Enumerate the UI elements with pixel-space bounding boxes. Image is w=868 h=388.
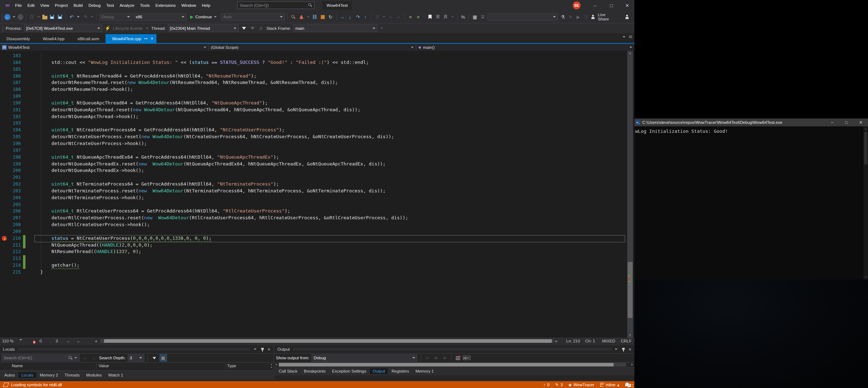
breakpoint-margin[interactable] xyxy=(0,228,10,235)
code-line-205[interactable]: 205 xyxy=(0,201,628,208)
breakpoint-margin[interactable] xyxy=(0,201,10,208)
locals-scroll-arrows[interactable]: ▲▼ xyxy=(270,363,273,369)
search-next-icon[interactable]: → xyxy=(90,355,97,361)
column-options-icon[interactable]: ⁞⁞ xyxy=(583,14,590,20)
output-hscroll-right[interactable]: ▸ xyxy=(631,363,633,366)
code-text[interactable]: detourNtQueueApcThreadEx->hook(); xyxy=(26,167,628,174)
code-text[interactable]: detourNtCreateUserProcess->hook(); xyxy=(26,140,628,147)
pin-icon[interactable] xyxy=(623,348,624,351)
code-text[interactable]: NtQueueApcThread((HANDLE)2,0,0,0,0); xyxy=(26,242,628,249)
code-text[interactable]: uint64_t NtResumeThread64 = GetProcAddre… xyxy=(26,73,628,80)
find-message-icon[interactable]: ⌕ xyxy=(424,355,431,361)
code-text[interactable] xyxy=(26,147,628,154)
code-line-211[interactable]: 211 NtQueueApcThread((HANDLE)2,0,0,0,0); xyxy=(0,242,628,249)
debugbar-overflow[interactable] xyxy=(380,28,383,29)
text-format-toggle-icon[interactable]: ▥ xyxy=(160,354,167,361)
code-line-198[interactable]: 198 uint64_t NtQueueApcThreadEx64 = GetP… xyxy=(0,154,628,161)
memory-layout-icon[interactable]: ▦ xyxy=(471,14,478,20)
search-icon[interactable] xyxy=(69,356,72,360)
console-minimize-button[interactable]: – xyxy=(825,120,839,125)
undo-icon[interactable]: ↶ xyxy=(69,14,75,20)
save-all-icon[interactable] xyxy=(58,15,62,19)
breakpoint-margin[interactable] xyxy=(0,181,10,188)
hscroll-thumb[interactable] xyxy=(104,339,552,343)
open-file-icon[interactable] xyxy=(42,16,47,19)
breakpoint-margin[interactable] xyxy=(0,147,10,154)
breakpoint-margin[interactable] xyxy=(0,59,10,66)
code-text[interactable]: uint64_t NtQueueApcThreadEx64 = GetProcA… xyxy=(26,154,628,161)
tool-tab-memory-2[interactable]: Memory 2 xyxy=(37,372,61,378)
code-line-213[interactable]: 213 xyxy=(0,255,628,262)
breakpoint-margin[interactable] xyxy=(0,262,10,269)
output-horizontal-scrollbar[interactable] xyxy=(279,363,626,366)
tool-tab-registers[interactable]: Registers xyxy=(389,368,412,374)
undo-dropdown[interactable] xyxy=(77,16,80,18)
column-value[interactable]: Value xyxy=(99,364,109,368)
project-dropdown[interactable]: ++ Wow64Test xyxy=(0,44,209,51)
doc-tab-wow64-hpp[interactable]: Wow64.hpp xyxy=(36,34,71,43)
code-text[interactable] xyxy=(26,66,628,73)
breakpoint-margin[interactable]: ▸ xyxy=(0,235,10,242)
scope-dropdown[interactable]: (Global Scope) xyxy=(209,44,416,51)
tool-tab-call-stack[interactable]: Call Stack xyxy=(276,368,300,374)
previous-message-icon[interactable]: ≡ xyxy=(433,355,439,361)
menu-edit[interactable]: Edit xyxy=(25,0,38,11)
lifecycle-events-icon[interactable]: ⚡ xyxy=(104,25,111,32)
push-status[interactable]: ↑ 0 xyxy=(543,383,549,387)
code-text[interactable]: uint64_t NtCreateUserProcess64 = GetProc… xyxy=(26,127,628,134)
code-line-187[interactable]: 187 detourNtResumeThread.reset(new Wow64… xyxy=(0,79,628,86)
active-files-dropdown[interactable] xyxy=(623,36,625,38)
run-tests-icon[interactable]: ▶ xyxy=(575,14,582,20)
menu-file[interactable]: File xyxy=(12,0,25,11)
editor-vertical-scrollbar[interactable]: ▲ ▼ xyxy=(627,51,633,338)
break-all-icon[interactable] xyxy=(313,15,316,19)
background-task-icon[interactable] xyxy=(3,383,9,387)
code-text[interactable]: detourNtTerminateProcess.reset(new Wow64… xyxy=(26,188,628,195)
code-line-193[interactable]: 193 xyxy=(0,120,628,127)
code-text[interactable]: detourNtQueueApcThread.reset(new Wow64De… xyxy=(26,107,628,113)
breakpoint-margin[interactable] xyxy=(0,167,10,174)
configuration-combo[interactable]: Debug xyxy=(99,13,132,21)
search-icon[interactable] xyxy=(308,3,312,7)
tool-tab-locals[interactable]: Locals xyxy=(18,372,36,378)
live-share-label[interactable]: Live Share xyxy=(598,13,617,21)
tool-tab-autos[interactable]: Autos xyxy=(1,372,18,378)
console-scroll-thumb[interactable] xyxy=(864,132,867,164)
code-text[interactable]: detourNtCreateUserProcess.reset(new Wow6… xyxy=(26,134,628,140)
process-combo[interactable]: [0x67C8] Wow64Test.exe xyxy=(24,24,102,32)
breakpoint-margin[interactable] xyxy=(0,154,10,161)
code-text[interactable]: detourNtResumeThread.reset(new Wow64Deto… xyxy=(26,79,628,86)
console-maximize-button[interactable]: □ xyxy=(839,120,854,125)
code-line-202[interactable]: 202 uint64_t NtTerminateProcess64 = GetP… xyxy=(0,181,628,188)
code-text[interactable]: detourNtTerminateProcess->hook(); xyxy=(26,195,628,201)
menu-tools[interactable]: Tools xyxy=(137,0,153,11)
code-line-208[interactable]: 208 detourRtlCreateUserProcess->hook(); xyxy=(0,221,628,228)
code-lines[interactable]: 183184 std::cout << "WowLog Initializati… xyxy=(0,52,628,276)
next-bookmark-icon[interactable] xyxy=(444,15,447,19)
navigate-back-button[interactable]: ← xyxy=(4,14,10,20)
menu-debug[interactable]: Debug xyxy=(85,0,103,11)
window-list-icon[interactable]: ▤ xyxy=(629,34,632,38)
code-text[interactable] xyxy=(26,228,628,235)
code-text[interactable]: detourRtlCreateUserProcess->hook(); xyxy=(26,221,628,228)
notifications-bell-icon[interactable]: 2 xyxy=(625,383,629,387)
breakpoint-margin[interactable] xyxy=(0,242,10,249)
breakpoint-margin[interactable] xyxy=(0,113,10,120)
minimize-button[interactable]: – xyxy=(587,0,603,11)
debug-target-combo[interactable]: Auto xyxy=(221,13,285,21)
intellitest-icon[interactable]: ⚗ xyxy=(559,14,566,20)
toolbar-grip[interactable] xyxy=(1,14,3,20)
menu-project[interactable]: Project xyxy=(52,0,71,11)
source-control-icon[interactable]: % xyxy=(460,14,466,20)
tool-tab-output[interactable]: Output xyxy=(370,368,388,374)
pending-edits-status[interactable]: ✎ 3 xyxy=(555,382,563,387)
encoding-indicator[interactable]: MIXED xyxy=(602,338,615,344)
breakpoint-margin[interactable] xyxy=(0,107,10,113)
word-wrap-icon[interactable]: ab↵ xyxy=(463,356,471,360)
breakpoint-margin[interactable] xyxy=(0,248,10,255)
code-line-189[interactable]: 189 xyxy=(0,93,628,100)
code-text[interactable]: uint64_t RtlCreateUserProcess64 = GetPro… xyxy=(26,208,628,215)
debugbar-grip[interactable] xyxy=(2,25,4,32)
locals-title-bar[interactable]: Locals ✕ xyxy=(0,345,273,353)
doc-tab-disassembly[interactable]: Disassembly xyxy=(0,34,36,43)
